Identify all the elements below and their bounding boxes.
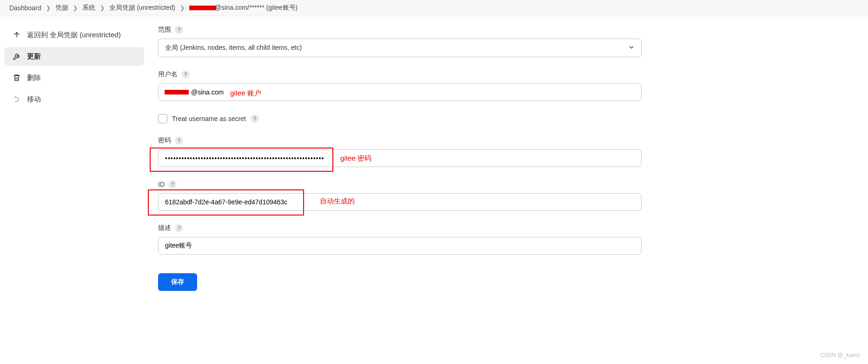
help-icon[interactable]: ? [168, 180, 177, 189]
password-input[interactable] [158, 149, 642, 167]
treat-secret-label: Treat username as secret [172, 115, 246, 122]
desc-input[interactable] [158, 237, 642, 255]
crumb-dashboard[interactable]: Dashboard [9, 4, 41, 12]
desc-label: 描述 [158, 224, 171, 232]
main-form: 范围 ? 全局 (Jenkins, nodes, items, all chil… [149, 16, 660, 323]
chevron-right-icon: ❯ [46, 5, 51, 11]
trash-icon [12, 73, 21, 82]
crumb-credentials[interactable]: 凭据 [55, 4, 68, 12]
username-input[interactable] [158, 83, 642, 101]
help-icon[interactable]: ? [175, 136, 183, 145]
help-icon[interactable]: ? [181, 70, 190, 79]
username-label: 用户名 [158, 70, 178, 79]
wrench-icon [12, 52, 21, 61]
scope-label: 范围 [158, 26, 171, 34]
crumb-current: @sina.com/****** (gitee账号) [189, 4, 298, 12]
treat-secret-checkbox[interactable] [158, 114, 167, 123]
scope-select[interactable]: 全局 (Jenkins, nodes, items, all child ite… [158, 39, 642, 57]
sidebar: 返回到 全局凭据 (unrestricted) 更新 删除 移动 [0, 16, 149, 323]
password-label: 密码 [158, 136, 171, 145]
move-icon [12, 94, 21, 104]
id-label: ID [158, 181, 165, 188]
sidebar-item-label: 删除 [27, 74, 41, 82]
sidebar-item-label: 返回到 全局凭据 (unrestricted) [27, 31, 121, 40]
help-icon[interactable]: ? [251, 115, 259, 123]
sidebar-item-back[interactable]: 返回到 全局凭据 (unrestricted) [5, 26, 144, 44]
breadcrumb: Dashboard ❯ 凭据 ❯ 系统 ❯ 全局凭据 (unrestricted… [0, 0, 868, 16]
id-input[interactable] [158, 193, 642, 211]
sidebar-item-label: 移动 [27, 95, 41, 104]
save-button[interactable]: 保存 [158, 273, 197, 291]
arrow-up-icon [12, 30, 21, 40]
redacted-text [189, 6, 216, 10]
chevron-right-icon: ❯ [100, 5, 105, 11]
help-icon[interactable]: ? [175, 26, 183, 34]
redacted-text [165, 90, 189, 94]
crumb-system[interactable]: 系统 [82, 4, 95, 12]
chevron-right-icon: ❯ [180, 5, 185, 11]
help-icon[interactable]: ? [175, 224, 183, 232]
sidebar-item-update[interactable]: 更新 [5, 47, 144, 66]
chevron-right-icon: ❯ [73, 5, 78, 11]
sidebar-item-move[interactable]: 移动 [5, 90, 144, 108]
crumb-global[interactable]: 全局凭据 (unrestricted) [109, 4, 175, 12]
sidebar-item-delete[interactable]: 删除 [5, 68, 144, 87]
sidebar-item-label: 更新 [27, 52, 41, 61]
